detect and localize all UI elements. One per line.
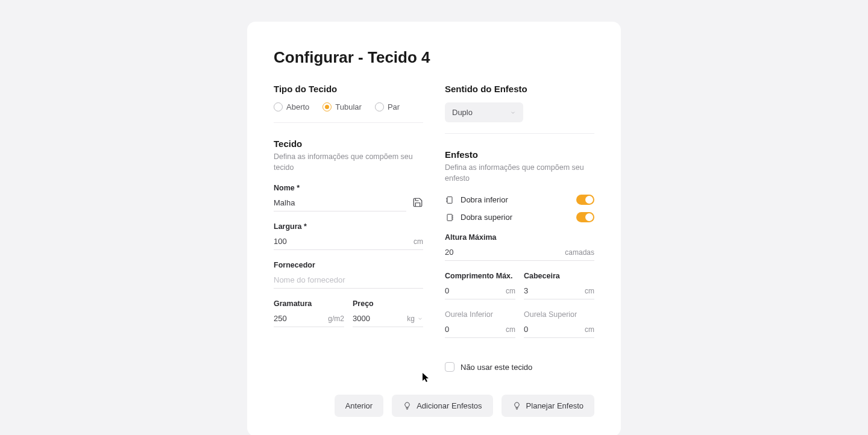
ourela-inf-label: Ourela Inferior — [445, 310, 515, 319]
preco-label: Preço — [353, 299, 423, 308]
radio-circle-icon — [322, 102, 332, 111]
radio-par-label: Par — [388, 102, 400, 111]
chevron-down-icon — [510, 110, 516, 116]
preco-unit: kg — [407, 315, 415, 323]
planejar-label: Planejar Enfesto — [526, 401, 583, 410]
chevron-down-icon — [417, 316, 423, 322]
enfesto-desc: Defina as informações que compõem seu en… — [445, 162, 594, 184]
dobra-inferior-toggle[interactable] — [576, 195, 594, 205]
preco-input[interactable] — [353, 314, 403, 323]
radio-circle-icon — [274, 102, 283, 111]
gramatura-unit: g/m2 — [324, 315, 344, 323]
preco-unit-select[interactable]: kg — [403, 315, 423, 323]
dobra-inferior-row: Dobra inferior — [445, 195, 594, 205]
tipo-tecido-radios: Aberto Tubular Par — [274, 102, 423, 111]
page-title: Configurar - Tecido 4 — [274, 48, 594, 67]
ourela-sup-label: Ourela Superior — [524, 310, 594, 319]
tecido-title: Tecido — [274, 139, 423, 149]
svg-rect-0 — [447, 196, 452, 203]
nao-usar-label: Não usar este tecido — [461, 363, 532, 372]
sentido-select[interactable]: Duplo — [445, 102, 523, 122]
fold-up-icon — [445, 213, 454, 222]
nome-label: Nome * — [274, 184, 406, 192]
comp-input[interactable] — [445, 286, 502, 295]
largura-label: Largura * — [274, 222, 423, 231]
sentido-value: Duplo — [452, 108, 473, 117]
radio-tubular[interactable]: Tubular — [322, 102, 362, 111]
radio-tubular-label: Tubular — [335, 102, 362, 111]
config-card: Configurar - Tecido 4 Tipo do Tecido Abe… — [247, 22, 621, 435]
cabeceira-input[interactable] — [524, 286, 581, 295]
dobra-superior-toggle[interactable] — [576, 212, 594, 222]
anterior-button[interactable]: Anterior — [335, 395, 384, 417]
radio-circle-icon — [375, 102, 384, 111]
gramatura-label: Gramatura — [274, 299, 344, 308]
fornecedor-input[interactable] — [274, 275, 423, 284]
sentido-label: Sentido do Enfesto — [445, 84, 594, 94]
nome-row: Nome * — [274, 184, 423, 211]
dobra-inferior-label: Dobra inferior — [461, 195, 508, 204]
gramatura-input[interactable] — [274, 314, 324, 323]
lightbulb-icon — [403, 401, 412, 410]
enfesto-title: Enfesto — [445, 149, 594, 160]
left-column: Tipo do Tecido Aberto Tubular Par Tecido… — [274, 84, 423, 372]
nao-usar-checkbox[interactable] — [445, 362, 454, 372]
tecido-desc: Defina as informações que compõem seu te… — [274, 151, 423, 173]
radio-aberto[interactable]: Aberto — [274, 102, 309, 111]
ourela-sup-input[interactable] — [524, 325, 581, 334]
largura-input[interactable] — [274, 237, 410, 246]
adicionar-label: Adicionar Enfestos — [417, 401, 482, 410]
footer-actions: Anterior Adicionar Enfestos Planejar Enf… — [274, 395, 594, 417]
lightbulb-icon — [512, 401, 521, 410]
altura-unit: camadas — [561, 248, 594, 257]
ourela-inf-input[interactable] — [445, 325, 502, 334]
ourela-inf-unit: cm — [502, 325, 515, 334]
radio-par[interactable]: Par — [375, 102, 400, 111]
altura-input[interactable] — [445, 248, 561, 257]
anterior-label: Anterior — [345, 401, 373, 410]
ourela-sup-unit: cm — [581, 325, 594, 334]
largura-unit: cm — [410, 237, 423, 246]
radio-aberto-label: Aberto — [286, 102, 309, 111]
columns: Tipo do Tecido Aberto Tubular Par Tecido… — [274, 84, 594, 372]
divider — [445, 133, 594, 134]
save-icon[interactable] — [412, 197, 423, 208]
fornecedor-label: Fornecedor — [274, 261, 423, 269]
svg-rect-1 — [447, 214, 452, 221]
dobra-superior-label: Dobra superior — [461, 213, 512, 222]
planejar-enfesto-button[interactable]: Planejar Enfesto — [502, 395, 594, 417]
nome-input[interactable] — [274, 198, 406, 207]
dobra-superior-row: Dobra superior — [445, 212, 594, 222]
fold-down-icon — [445, 195, 454, 205]
divider — [274, 122, 423, 123]
cabeceira-unit: cm — [581, 287, 594, 295]
altura-label: Altura Máxima — [445, 233, 594, 242]
nao-usar-row: Não usar este tecido — [445, 362, 594, 372]
adicionar-enfestos-button[interactable]: Adicionar Enfestos — [392, 395, 492, 417]
comp-label: Comprimento Máx. — [445, 272, 515, 280]
right-column: Sentido do Enfesto Duplo Enfesto Defina … — [445, 84, 594, 372]
tipo-tecido-label: Tipo do Tecido — [274, 84, 423, 94]
cabeceira-label: Cabeceira — [524, 272, 594, 280]
comp-unit: cm — [502, 287, 515, 295]
